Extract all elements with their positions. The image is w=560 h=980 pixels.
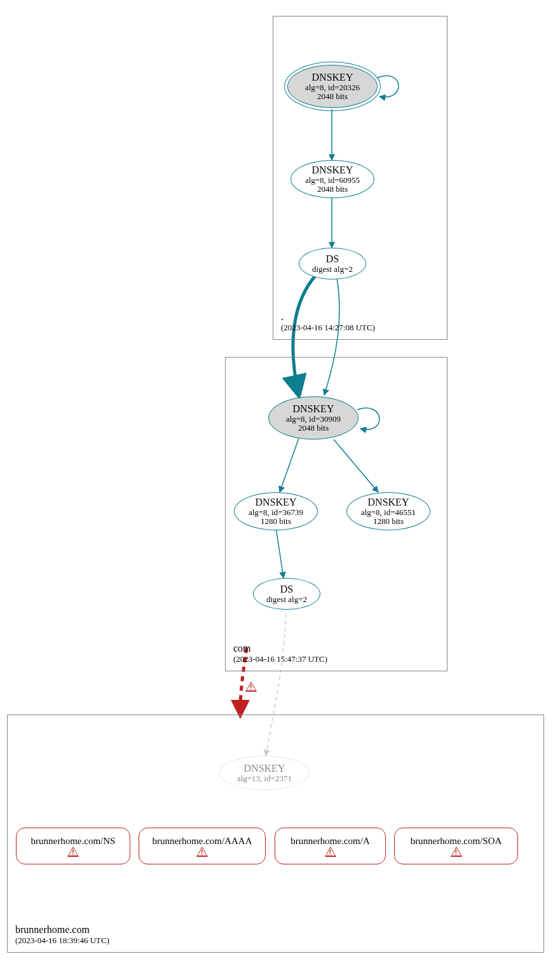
- zone-com-name: com: [233, 642, 327, 654]
- warning-icon: !: [196, 847, 208, 857]
- node-com-zsk1: DNSKEY alg=8, id=36739 1280 bits: [234, 492, 318, 530]
- node-root-zsk: DNSKEY alg=8, id=60955 2048 bits: [290, 160, 374, 198]
- warning-icon: !: [451, 847, 462, 857]
- node-com-zsk2: DNSKEY alg=8, id=46551 1280 bits: [346, 492, 430, 530]
- warning-icon: !: [67, 847, 79, 857]
- node-root-ksk: DNSKEY alg=8, id=20326 2048 bits: [287, 65, 378, 108]
- rrset-a: brunnerhome.com/A !: [275, 828, 386, 864]
- zone-root-name: .: [281, 311, 375, 323]
- node-com-ds: DS digest alg=2: [253, 578, 320, 610]
- warning-icon: !: [245, 681, 257, 694]
- zone-root-timestamp: (2023-04-16 14:27:08 UTC): [281, 323, 375, 333]
- rrset-aaaa: brunnerhome.com/AAAA !: [139, 828, 266, 864]
- zone-com-timestamp: (2023-04-16 15:47:37 UTC): [233, 654, 327, 664]
- rrset-ns: brunnerhome.com/NS !: [16, 828, 130, 864]
- rrset-soa: brunnerhome.com/SOA !: [394, 828, 518, 864]
- node-root-ds: DS digest alg=2: [299, 248, 366, 279]
- node-com-ksk: DNSKEY alg=8, id=30909 2048 bits: [268, 396, 359, 440]
- zone-domain-name: brunnerhome.com: [15, 923, 109, 936]
- warning-icon: !: [325, 847, 336, 857]
- node-domain-dnskey: DNSKEY alg=13, id=2371: [219, 756, 310, 790]
- zone-domain-timestamp: (2023-04-16 18:39:46 UTC): [15, 936, 109, 946]
